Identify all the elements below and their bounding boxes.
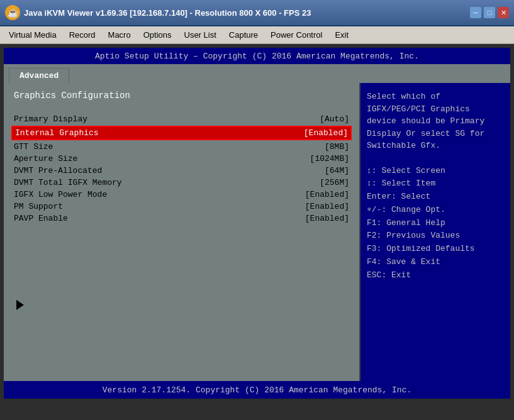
app-icon: ☕ (5, 5, 20, 20)
help-line: Switchable Gfx. (367, 140, 504, 152)
menu-capture[interactable]: Capture (223, 28, 264, 41)
bios-row-label-5: DVMT Total IGFX Memory (14, 178, 122, 187)
window-title: Java iKVM Viewer v1.69.36 [192.168.7.140… (24, 8, 311, 18)
bios-row-8: PAVP Enable[Enabled] (14, 213, 349, 224)
close-button[interactable]: ✕ (498, 7, 509, 18)
app-icon-label: ☕ (8, 8, 18, 18)
bios-row-4: DVMT Pre-Allocated[64M] (14, 165, 349, 177)
menu-record[interactable]: Record (63, 28, 102, 41)
titlebar-left: ☕ Java iKVM Viewer v1.69.36 [192.168.7.1… (5, 5, 311, 20)
statusbar: Version 2.17.1254. Copyright (C) 2016 Am… (4, 381, 510, 399)
bios-header: Aptio Setup Utility – Copyright (C) 2016… (4, 48, 510, 64)
bios-row-value-8: [Enabled] (305, 214, 349, 223)
bios-row-label-2: GTT Size (14, 142, 53, 152)
bios-row-label-0: Primary Display (14, 114, 87, 124)
menu-power-control[interactable]: Power Control (264, 28, 328, 41)
bios-row-value-0: [Auto] (320, 114, 349, 124)
minimize-button[interactable]: ─ (470, 7, 481, 18)
bios-help-text: Select which ofIGFX/PEG/PCI Graphicsdevi… (367, 91, 504, 152)
cursor-icon (16, 300, 24, 310)
bios-row-label-7: PM Support (14, 202, 63, 211)
key-hint-7: F4: Save & Exit (367, 256, 504, 269)
key-hint-4: F1: General Help (367, 217, 504, 230)
bios-row-label-4: DVMT Pre-Allocated (14, 166, 102, 175)
help-line: IGFX/PEG/PCI Graphics (367, 103, 504, 116)
bios-right-panel: Select which ofIGFX/PEG/PCI Graphicsdevi… (359, 83, 510, 381)
menu-user-list[interactable]: User List (178, 28, 223, 41)
help-line: Select which of (367, 91, 504, 103)
key-hint-1: ↕: Select Item (367, 177, 504, 191)
menu-virtual-media[interactable]: Virtual Media (3, 28, 63, 41)
bios-row-1[interactable]: Internal Graphics[Enabled] (11, 126, 352, 140)
bios-row-6: IGFX Low Power Mode[Enabled] (14, 189, 349, 201)
bios-inner: Aptio Setup Utility – Copyright (C) 2016… (4, 48, 510, 399)
bios-container: Aptio Setup Utility – Copyright (C) 2016… (0, 44, 514, 402)
titlebar: ☕ Java iKVM Viewer v1.69.36 [192.168.7.1… (0, 0, 514, 26)
section-title: Graphics Configuration (14, 91, 349, 101)
tab-advanced[interactable]: Advanced (9, 68, 69, 83)
window-controls: ─ □ ✕ (470, 7, 509, 18)
bios-row-value-5: [256M] (320, 178, 349, 187)
bios-row-value-3: [1024MB] (310, 154, 349, 163)
menubar: Virtual Media Record Macro Options User … (0, 26, 514, 44)
key-hint-8: ESC: Exit (367, 269, 504, 282)
help-line: Display Or select SG for (367, 128, 504, 140)
bios-row-3: Aperture Size[1024MB] (14, 153, 349, 165)
key-hint-5: F2: Previous Values (367, 229, 504, 243)
bios-row-0: Primary Display[Auto] (14, 113, 349, 125)
maximize-button[interactable]: □ (484, 7, 495, 18)
bios-content: Graphics Configuration Primary Display[A… (4, 83, 510, 381)
help-line: device should be Primary (367, 115, 504, 128)
bios-row-label-3: Aperture Size (14, 154, 77, 163)
bios-row-label-6: IGFX Low Power Mode (14, 190, 107, 199)
menu-options[interactable]: Options (137, 28, 178, 41)
bios-key-hints: ↕: Select Screen↕: Select ItemEnter: Sel… (367, 165, 504, 282)
key-hint-3: +/-: Change Opt. (367, 204, 504, 217)
bios-rows: Primary Display[Auto]Internal Graphics[E… (14, 113, 349, 224)
bios-row-5: DVMT Total IGFX Memory[256M] (14, 177, 349, 189)
bios-row-value-6: [Enabled] (305, 190, 349, 199)
bios-row-value-4: [64M] (325, 166, 349, 175)
key-hint-2: Enter: Select (367, 191, 504, 204)
bios-row-value-1: [Enabled] (304, 128, 348, 138)
menu-macro[interactable]: Macro (102, 28, 137, 41)
statusbar-text: Version 2.17.1254. Copyright (C) 2016 Am… (103, 385, 411, 395)
bios-row-value-2: [8MB] (325, 142, 349, 152)
key-hint-6: F3: Optimized Defaults (367, 243, 504, 256)
bios-row-7: PM Support[Enabled] (14, 201, 349, 213)
cursor-area (14, 300, 349, 310)
bios-row-value-7: [Enabled] (305, 202, 349, 211)
bios-row-label-8: PAVP Enable (14, 214, 68, 223)
menu-exit[interactable]: Exit (328, 28, 355, 41)
bios-row-label-1: Internal Graphics (15, 128, 99, 138)
key-hint-0: ↕: Select Screen (367, 165, 504, 178)
bios-row-2: GTT Size[8MB] (14, 141, 349, 153)
bios-tabs: Advanced (4, 64, 510, 83)
bios-header-text: Aptio Setup Utility – Copyright (C) 2016… (95, 52, 419, 61)
bios-left-panel: Graphics Configuration Primary Display[A… (4, 83, 359, 381)
